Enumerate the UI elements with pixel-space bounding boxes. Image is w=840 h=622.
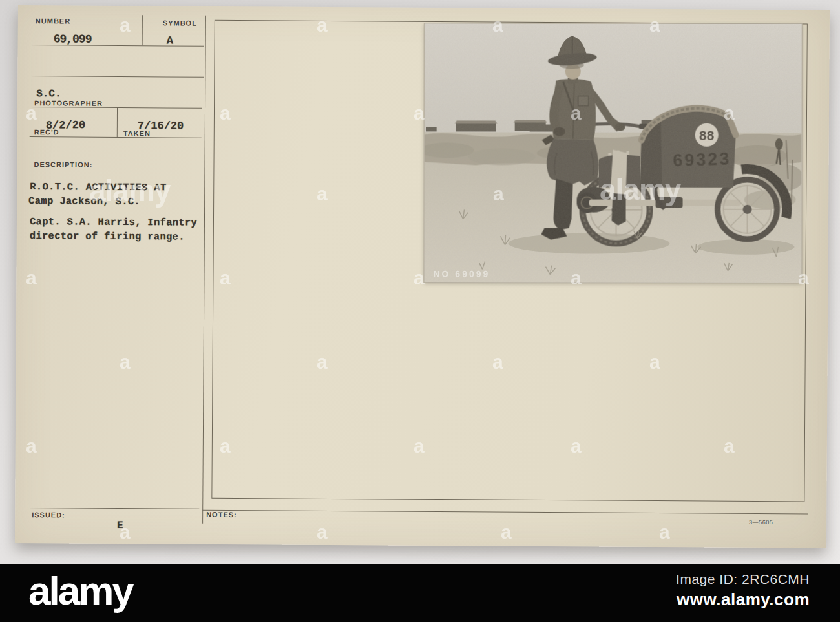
alamy-stock-image-preview: NUMBER SYMBOL PHOTOGRAPHER REC'D TAKEN D… (0, 0, 840, 622)
taken-value: 7/16/20 (138, 120, 184, 132)
rule-left-column-divider (202, 16, 206, 524)
photographer-value: S.C. (36, 88, 61, 100)
description-line-2: Camp Jackson, S.C. (28, 195, 140, 208)
alamy-url-text: www.alamy.com (676, 590, 810, 610)
rule-issued-row (27, 508, 199, 509)
photo-grain (424, 23, 801, 283)
footer-meta: Image ID: 2RC6CMH www.alamy.com (676, 572, 810, 610)
rule-recd-taken-divider (117, 107, 118, 137)
description-line-1: R.O.T.C. ACTIVITIES AT (30, 181, 166, 193)
alamy-logo: alamy (28, 568, 132, 614)
image-id-text: Image ID: 2RC6CMH (676, 572, 810, 587)
description-line-3: Capt. S.A. Harris, Infantry (30, 216, 197, 229)
number-label: NUMBER (36, 17, 70, 25)
notes-label: NOTES: (206, 511, 237, 519)
rule-photographer-row (30, 107, 202, 109)
number-value: 69,099 (54, 32, 92, 45)
description-label: DESCRIPTION: (34, 160, 92, 169)
recd-value: 8/2/20 (46, 119, 85, 132)
photo-corner-stamp: NO 69099 (433, 268, 490, 279)
photo-scene: 88 69323 (424, 23, 801, 283)
attached-photograph: 88 69323 (424, 23, 801, 283)
photographer-label: PHOTOGRAPHER (34, 99, 103, 107)
photo-record-card: NUMBER SYMBOL PHOTOGRAPHER REC'D TAKEN D… (15, 5, 830, 548)
rule-number-symbol-divider (142, 15, 143, 45)
rule-blank-row (30, 76, 204, 78)
description-line-4: director of firing range. (30, 230, 185, 242)
issued-label: ISSUED: (32, 511, 65, 519)
symbol-value: A (167, 34, 173, 47)
rule-dates-row (30, 136, 202, 138)
alamy-footer-bar: alamy Image ID: 2RC6CMH www.alamy.com (0, 564, 840, 622)
issued-value: E (117, 520, 123, 531)
rule-notes-row (202, 510, 808, 515)
symbol-label: SYMBOL (163, 19, 197, 27)
print-code: 3—5605 (749, 519, 773, 526)
